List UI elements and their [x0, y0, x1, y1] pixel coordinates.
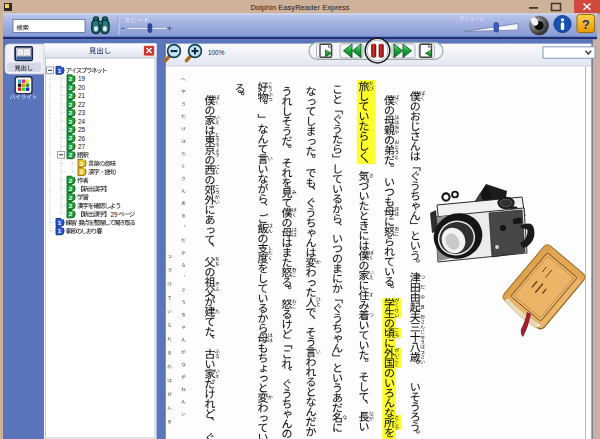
svg-text:25: 25 [78, 126, 86, 133]
svg-text:2: 2 [69, 210, 73, 217]
svg-text:3: 3 [80, 160, 84, 167]
svg-text:3: 3 [80, 168, 84, 175]
svg-text:2: 2 [69, 177, 73, 184]
svg-text:2: 2 [69, 118, 73, 125]
svg-text:1: 1 [58, 219, 62, 226]
svg-text:2: 2 [69, 185, 73, 192]
svg-text:27: 27 [78, 143, 86, 150]
svg-text:?: ? [582, 17, 590, 32]
svg-text:29: 29 [111, 211, 119, 218]
svg-text:2: 2 [69, 126, 73, 133]
svg-text:2: 2 [69, 202, 73, 209]
svg-text:2: 2 [69, 134, 73, 141]
svg-text:19: 19 [78, 75, 86, 82]
svg-text:2: 2 [69, 84, 73, 91]
svg-text:21: 21 [78, 92, 86, 99]
svg-text:22: 22 [78, 101, 86, 108]
svg-text:2: 2 [69, 92, 73, 99]
svg-text:26: 26 [78, 135, 86, 142]
svg-text:2: 2 [69, 101, 73, 108]
svg-text:23: 23 [78, 109, 86, 116]
svg-text:2: 2 [69, 109, 73, 116]
svg-text:24: 24 [78, 118, 86, 125]
svg-text:2: 2 [69, 151, 73, 158]
svg-text:1: 1 [58, 67, 62, 74]
svg-text:1: 1 [58, 227, 62, 234]
svg-text:20: 20 [78, 84, 86, 91]
svg-text:2: 2 [69, 143, 73, 150]
svg-text:100%: 100% [208, 49, 225, 56]
svg-text:2: 2 [69, 194, 73, 201]
svg-text:2: 2 [69, 75, 73, 82]
svg-text:Dolphin EasyReader Express: Dolphin EasyReader Express [250, 3, 349, 12]
